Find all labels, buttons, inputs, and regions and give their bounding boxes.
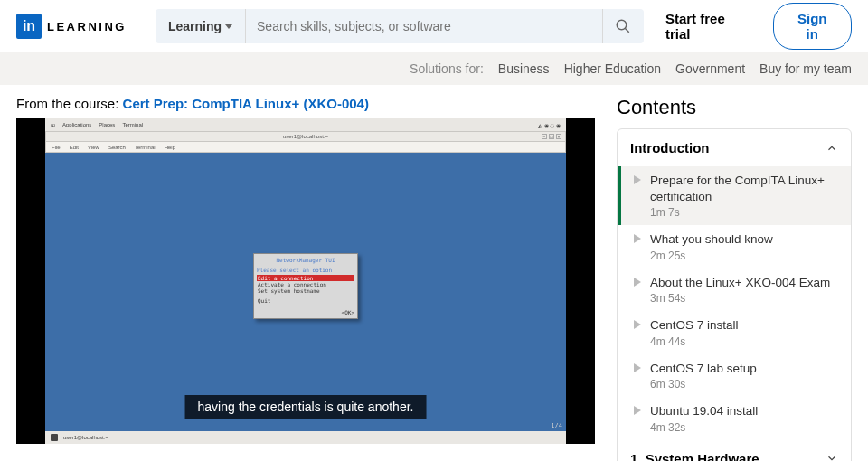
term-menu-help: Help [165,145,175,150]
terminal-title: user1@localhost:~ [283,134,328,139]
chevron-down-icon [225,24,232,29]
lesson-item[interactable]: CentOS 7 lab setup6m 30s [618,354,851,398]
play-icon [634,406,641,415]
lesson-list: Prepare for the CompITA Linux+ certifica… [618,166,851,440]
term-menu-file: File [52,145,61,150]
search-bar: Learning [156,9,644,43]
video-player[interactable]: ⊞ Applications Places Terminal ◭ ◉ ◌ ◉ u… [16,118,595,444]
subnav-label: Solutions for: [410,61,484,76]
lesson-item[interactable]: About the Linux+ XKO-004 Exam3m 54s [618,268,851,312]
section-header-system-hardware[interactable]: 1. System Hardware [618,440,851,461]
play-icon [634,234,641,243]
lesson-title: Prepare for the CompITA Linux+ certifica… [650,173,838,204]
term-menu-terminal: Terminal [135,145,156,150]
play-icon [634,175,641,184]
taskbar-terminal-icon [51,434,58,441]
play-icon [634,278,641,287]
lesson-title: What you should know [650,231,773,248]
slide-count: 1/4 [551,422,562,429]
main-content: From the course: Cert Prep: CompTIA Linu… [0,85,868,461]
start-trial-link[interactable]: Start free trial [665,11,746,42]
desktop-menu-places: Places [99,122,115,127]
desktop-menu-terminal: Terminal [122,122,143,127]
chevron-up-icon [826,142,838,155]
search-scope-label: Learning [168,19,222,33]
play-icon [634,320,641,329]
desktop-tray-icons: ◭ ◉ ◌ ◉ [538,122,561,128]
contents-accordion: Introduction Prepare for the CompITA Lin… [617,128,852,461]
taskbar-title: user1@localhost:~ [63,435,108,440]
nmtui-ok: <OK> [257,309,354,315]
lesson-item[interactable]: Ubuntu 19.04 install4m 32s [618,397,851,440]
lesson-item[interactable]: Prepare for the CompITA Linux+ certifica… [618,166,851,225]
lesson-duration: 4m 44s [650,335,739,348]
top-header: in LEARNING Learning Start free trial Si… [0,0,868,52]
term-menu-edit: Edit [70,145,79,150]
from-course-label: From the course: [16,96,123,111]
search-scope-dropdown[interactable]: Learning [156,9,246,43]
svg-line-1 [626,28,630,33]
lesson-title: About the Linux+ XKO-004 Exam [650,275,830,291]
section-header-introduction[interactable]: Introduction [618,129,851,166]
terminal-title-bar: user1@localhost:~ −□× [45,131,566,142]
course-breadcrumb: From the course: Cert Prep: CompTIA Linu… [16,96,595,111]
lesson-item[interactable]: CentOS 7 install4m 44s [618,311,851,354]
lesson-duration: 4m 32s [650,421,758,434]
nmtui-title: NetworkManager TUI [257,257,354,263]
play-icon [634,363,641,372]
window-controls: −□× [542,134,561,139]
term-menu-search: Search [108,145,126,150]
nmtui-option-edit: Edit a connection [257,275,354,281]
terminal-window: user1@localhost:~ −□× File Edit View Sea… [45,131,566,431]
section-title: Introduction [630,140,709,155]
nmtui-option-activate: Activate a connection [257,281,354,287]
section-title: 1. System Hardware [630,451,760,461]
term-menu-view: View [88,145,99,150]
lesson-item[interactable]: What you should know2m 25s [618,225,851,268]
subnav-higher-education[interactable]: Higher Education [564,61,661,76]
contents-sidebar: Contents Introduction Prepare for the Co… [617,96,852,461]
lesson-duration: 1m 7s [650,206,838,219]
nmtui-option-hostname: Set system hostname [257,287,354,294]
video-caption: having the credentials is quite another. [185,395,427,419]
desktop-menu-apps: Applications [62,122,91,127]
lesson-title: CentOS 7 install [650,317,739,334]
nmtui-dialog: NetworkManager TUI Please select an opti… [253,253,358,319]
lesson-title: CentOS 7 lab setup [650,361,757,377]
terminal-menubar: File Edit View Search Terminal Help [45,142,566,153]
lesson-title: Ubuntu 19.04 install [650,403,758,419]
search-button[interactable] [602,9,644,43]
solutions-subnav: Solutions for: Business Higher Education… [0,52,868,85]
desktop-bottom-panel: user1@localhost:~ [45,431,566,444]
search-input[interactable] [246,9,602,43]
logo-text: LEARNING [47,20,127,33]
subnav-government[interactable]: Government [675,61,745,76]
course-title-link[interactable]: Cert Prep: CompTIA Linux+ (XKO-004) [123,96,369,111]
product-logo[interactable]: in LEARNING [16,14,127,39]
nmtui-prompt: Please select an option [257,267,354,273]
nmtui-quit: Quit [257,297,354,304]
search-icon [615,18,631,34]
lesson-duration: 6m 30s [650,378,757,390]
contents-heading: Contents [617,96,852,119]
linkedin-icon: in [16,14,42,39]
chevron-down-icon [826,452,838,461]
svg-point-0 [618,20,627,30]
subnav-buy-team[interactable]: Buy for my team [760,61,852,76]
subnav-business[interactable]: Business [498,61,550,76]
desktop-panel: ⊞ Applications Places Terminal ◭ ◉ ◌ ◉ [45,118,566,131]
lesson-duration: 2m 25s [650,249,773,262]
lesson-duration: 3m 54s [650,292,830,305]
video-column: From the course: Cert Prep: CompTIA Linu… [16,96,595,461]
sign-in-button[interactable]: Sign in [773,3,852,50]
